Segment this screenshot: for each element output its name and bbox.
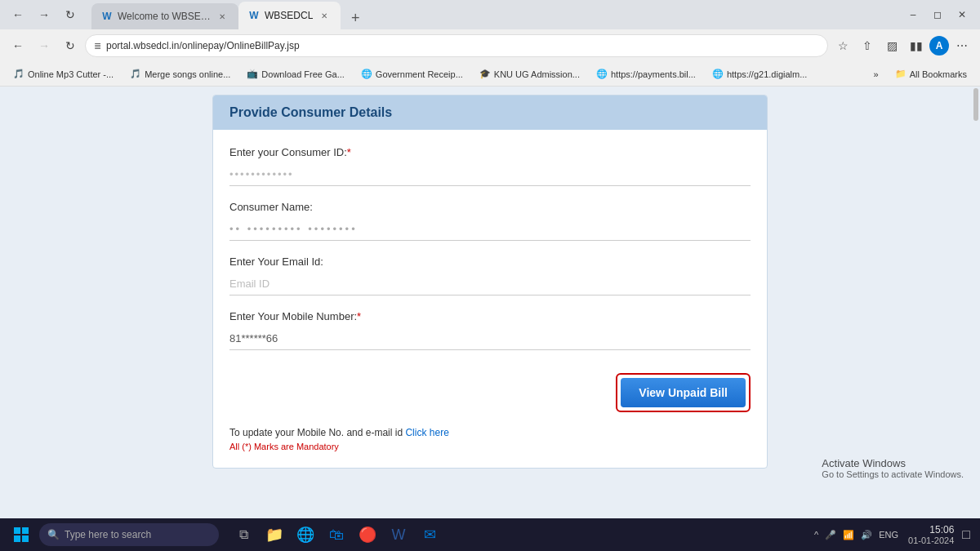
minimize-button[interactable]: –	[902, 3, 924, 26]
mandatory-note: All (*) Marks are Mandatory	[229, 442, 751, 451]
bookmark-label-7: https://g21.digialm...	[727, 69, 807, 79]
taskbar-store[interactable]: 🛍	[322, 520, 351, 549]
system-time: 15:06	[908, 524, 954, 535]
view-bill-btn-wrapper: View Unpaid Bill	[616, 373, 751, 412]
bookmark-icon-4: 🌐	[361, 69, 372, 80]
system-clock: 15:06 01-01-2024	[908, 524, 954, 545]
bookmark-icon-3: 📺	[247, 69, 258, 80]
browser-action-buttons: ☆ ⇧ ▨ ▮▮ A ⋯	[831, 34, 973, 57]
activate-windows-watermark: Activate Windows Go to Settings to activ…	[822, 457, 964, 479]
bookmark-govt-receipt[interactable]: 🌐 Government Receip...	[354, 67, 470, 82]
email-input[interactable]	[229, 273, 751, 295]
star-icon[interactable]: ☆	[831, 34, 854, 57]
bookmark-label-2: Merge songs online...	[145, 69, 230, 79]
footer-text: To update your Mobile No. and e-mail id …	[229, 427, 751, 438]
bookmark-mp3-cutter[interactable]: 🎵 Online Mp3 Cutter -...	[7, 67, 120, 82]
bookmark-more-label: »	[874, 69, 879, 79]
show-desktop-button[interactable]: □	[959, 527, 973, 542]
new-tab-button[interactable]: +	[344, 7, 367, 29]
maximize-button[interactable]: ◻	[926, 3, 949, 26]
reload-nav-button[interactable]: ↻	[59, 34, 82, 57]
consumer-id-group: Enter your Consumer ID:*	[229, 146, 751, 186]
bookmark-merge-songs[interactable]: 🎵 Merge songs online...	[123, 67, 237, 82]
taskbar-search[interactable]: 🔍 Type here to search	[39, 523, 219, 546]
tab-close-1[interactable]: ✕	[216, 10, 229, 23]
form-card-header: Provide Consumer Details	[213, 96, 767, 130]
forward-nav-button[interactable]: →	[33, 34, 56, 57]
taskbar-search-placeholder: Type here to search	[65, 529, 151, 540]
svg-rect-2	[14, 535, 20, 542]
bookmark-icon-1: 🎵	[13, 69, 24, 80]
taskbar-search-icon: 🔍	[47, 529, 60, 540]
tab-wbsedcl[interactable]: W WBSEDCL ✕	[238, 2, 341, 29]
menu-button[interactable]: ⋯	[951, 34, 973, 57]
bookmark-download-free[interactable]: 📺 Download Free Ga...	[240, 67, 351, 82]
bookmark-icon-2: 🎵	[130, 69, 141, 80]
tab-close-2[interactable]: ✕	[318, 9, 331, 22]
back-button[interactable]: ←	[7, 3, 29, 26]
mobile-required: *	[357, 310, 361, 322]
mobile-input[interactable]	[229, 327, 751, 350]
consumer-id-required: *	[347, 146, 351, 158]
back-nav-button[interactable]: ←	[7, 34, 29, 57]
tray-volume-icon[interactable]: 🔊	[861, 530, 872, 540]
tray-caret[interactable]: ^	[814, 530, 818, 540]
tabs-container: W Welcome to WBSEDCL ✕ W WBSEDCL ✕ +	[91, 0, 892, 29]
email-group: Enter Your Email Id:	[229, 256, 751, 295]
bookmark-payments[interactable]: 🌐 https://payments.bil...	[590, 67, 702, 82]
address-bar[interactable]: ≣ portal.wbsedcl.in/onlinepay/OnlineBill…	[85, 34, 828, 57]
secure-icon: ≣	[94, 41, 101, 51]
bookmark-icon-6: 🌐	[596, 69, 608, 80]
activate-sub: Go to Settings to activate Windows.	[822, 469, 964, 479]
activate-title: Activate Windows	[822, 457, 964, 469]
svg-rect-3	[22, 535, 29, 542]
collections-icon[interactable]: ⇧	[856, 34, 879, 57]
form-title: Provide Consumer Details	[229, 105, 751, 120]
taskbar-task-view[interactable]: ⧉	[229, 520, 258, 549]
taskbar-word[interactable]: W	[384, 520, 413, 549]
bookmark-more-button[interactable]: »	[867, 68, 885, 81]
extensions-icon[interactable]: ▨	[880, 34, 903, 57]
consumer-id-input[interactable]	[229, 163, 751, 186]
bookmark-icon-5: 🎓	[479, 69, 491, 80]
mobile-label: Enter Your Mobile Number:*	[229, 310, 751, 322]
tray-mic-icon[interactable]: 🎤	[825, 530, 836, 540]
form-card: Provide Consumer Details Enter your Cons…	[212, 95, 768, 469]
scrollbar-thumb[interactable]	[973, 88, 978, 121]
click-here-link[interactable]: Click here	[405, 427, 448, 438]
taskbar-chrome[interactable]: 🔴	[353, 520, 382, 549]
taskbar-file-explorer[interactable]: 📁	[260, 520, 289, 549]
reload-button[interactable]: ↻	[59, 3, 82, 26]
navigation-bar: ← → ↻ ≣ portal.wbsedcl.in/onlinepay/Onli…	[0, 29, 980, 62]
tab-favicon-1: W	[101, 11, 113, 22]
mobile-group: Enter Your Mobile Number:*	[229, 310, 751, 350]
forward-button[interactable]: →	[33, 3, 56, 26]
start-button[interactable]	[7, 520, 36, 549]
consumer-name-group: Consumer Name: •• ••••••••• ••••••••	[229, 201, 751, 241]
scrollbar-track[interactable]	[972, 87, 980, 518]
tab-label-2: WBSEDCL	[265, 10, 313, 21]
bookmark-all-bookmarks[interactable]: 📁 All Bookmarks	[889, 67, 973, 81]
consumer-name-value: •• ••••••••• ••••••••	[229, 218, 751, 241]
email-label: Enter Your Email Id:	[229, 256, 751, 268]
profile-button[interactable]: A	[929, 36, 949, 56]
tray-wifi-icon[interactable]: 📶	[843, 530, 854, 540]
browser-nav-controls: ← → ↻	[7, 3, 82, 26]
taskbar-mail[interactable]: ✉	[415, 520, 444, 549]
bookmark-g21-digialm[interactable]: 🌐 https://g21.digialm...	[706, 67, 813, 82]
view-unpaid-bill-button[interactable]: View Unpaid Bill	[621, 378, 746, 407]
tray-language[interactable]: ENG	[879, 530, 898, 540]
close-button[interactable]: ✕	[951, 3, 973, 26]
tab-label-1: Welcome to WBSEDCL	[118, 11, 211, 22]
system-date: 01-01-2024	[908, 535, 954, 545]
bookmark-knu-ug[interactable]: 🎓 KNU UG Admission...	[473, 67, 586, 82]
taskbar-edge[interactable]: 🌐	[291, 520, 320, 549]
tab-favicon-2: W	[248, 10, 260, 21]
button-row: View Unpaid Bill	[229, 365, 751, 420]
bookmark-label-4: Government Receip...	[376, 69, 463, 79]
split-screen-icon[interactable]: ▮▮	[905, 34, 928, 57]
folder-icon: 📁	[895, 69, 906, 79]
taskbar-system-tray: ^ 🎤 📶 🔊 ENG 15:06 01-01-2024 □	[809, 524, 973, 545]
svg-rect-1	[22, 527, 29, 534]
tab-welcome-wbsedcl[interactable]: W Welcome to WBSEDCL ✕	[91, 3, 238, 29]
